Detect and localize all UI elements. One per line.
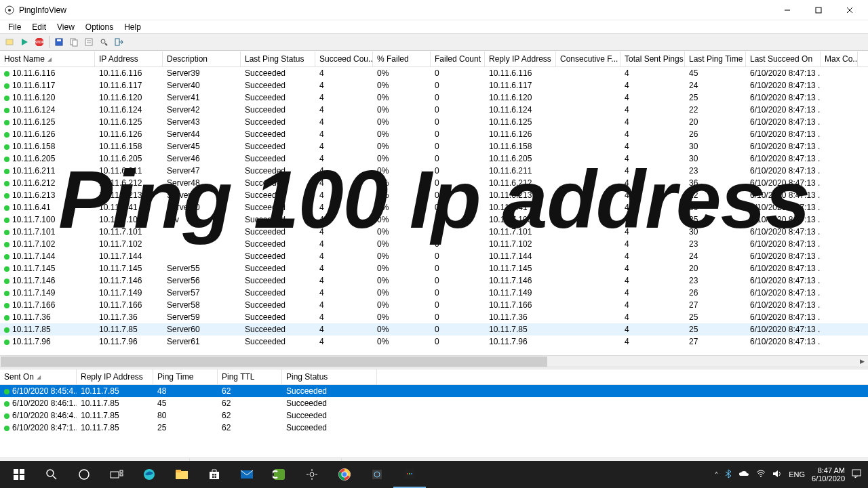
svg-point-17	[101, 39, 105, 43]
lcol-rip[interactable]: Reply IP Address	[77, 369, 153, 384]
settings-icon[interactable]	[296, 461, 328, 488]
store-icon[interactable]	[198, 461, 231, 488]
table-row[interactable]: 10.11.7.16610.11.7.166Server58Succeeded4…	[0, 299, 868, 311]
bluetooth-icon[interactable]	[725, 469, 732, 480]
col-lpt[interactable]: Last Ping Time	[685, 52, 746, 66]
detail-row[interactable]: 6/10/2020 8:46:4...10.11.7.858062Succeed…	[0, 409, 868, 422]
notifications-icon[interactable]	[852, 469, 861, 480]
lcol-ttl[interactable]: Ping TTL	[218, 369, 282, 384]
mail-icon[interactable]	[231, 461, 263, 488]
table-row[interactable]: 10.11.7.14510.11.7.145Server55Succeeded4…	[0, 262, 868, 274]
table-row[interactable]: 10.11.6.21110.11.6.211Server47Succeeded4…	[0, 165, 868, 177]
lcol-sent[interactable]: Sent On◢	[0, 369, 77, 384]
exit-icon[interactable]	[112, 35, 125, 49]
table-row[interactable]: 10.11.6.12610.11.6.126Server44Succeeded4…	[0, 128, 868, 140]
svg-line-18	[105, 43, 107, 45]
table-row[interactable]: 10.11.6.20510.11.6.205Server46Succeeded4…	[0, 152, 868, 165]
language-indicator[interactable]: ENG	[789, 470, 805, 479]
table-row[interactable]: 10.11.6.12410.11.6.124Server42Succeeded4…	[0, 104, 868, 116]
taskview-icon[interactable]	[100, 461, 133, 488]
table-row[interactable]: 10.11.7.9610.11.7.96Server61Succeeded40%…	[0, 336, 868, 348]
col-pfailed[interactable]: % Failed	[373, 52, 431, 66]
col-maxco[interactable]: Max Co...	[821, 52, 858, 66]
edge-icon[interactable]	[133, 461, 165, 488]
col-ip[interactable]: IP Address	[95, 52, 163, 66]
camtasia-icon[interactable]	[263, 461, 296, 488]
table-row[interactable]: 10.11.7.14410.11.7.144Succeeded40%010.11…	[0, 250, 868, 262]
col-hostname[interactable]: Host Name◢	[0, 52, 95, 66]
table-row[interactable]: 10.11.6.4110.11.6.41Server50Succeeded40%…	[0, 201, 868, 214]
wifi-icon[interactable]	[756, 470, 766, 479]
save-icon[interactable]	[52, 35, 66, 49]
table-row[interactable]: 10.11.7.10210.11.7.102Succeeded40%010.11…	[0, 238, 868, 250]
table-row[interactable]: 10.11.6.12510.11.6.125Server43Succeeded4…	[0, 116, 868, 128]
svg-rect-22	[14, 475, 18, 480]
menu-options[interactable]: Options	[80, 22, 119, 32]
svg-rect-49	[372, 470, 382, 479]
svg-point-55	[760, 476, 762, 477]
chrome-icon[interactable]	[328, 461, 361, 488]
menu-edit[interactable]: Edit	[26, 22, 52, 32]
minimize-button[interactable]	[772, 0, 803, 20]
lcol-pt[interactable]: Ping Time	[153, 369, 218, 384]
menu-file[interactable]: File	[3, 22, 26, 32]
table-row[interactable]: 10.11.7.14910.11.7.149Server57Succeeded4…	[0, 287, 868, 299]
detail-row[interactable]: 6/10/2020 8:45:4...10.11.7.854862Succeed…	[0, 385, 868, 397]
open-icon[interactable]	[3, 35, 16, 49]
clock[interactable]: 8:47 AM 6/10/2020	[812, 466, 845, 483]
window-title: PingInfoView	[19, 5, 772, 15]
table-row[interactable]: 10.11.7.3610.11.7.36Server59Succeeded40%…	[0, 311, 868, 323]
cortana-icon[interactable]	[68, 461, 100, 488]
svg-rect-23	[20, 475, 24, 480]
pinginfoview-task-icon[interactable]	[393, 461, 426, 488]
col-status[interactable]: Last Ping Status	[241, 52, 315, 66]
col-lso[interactable]: Last Succeed On	[746, 52, 821, 66]
close-button[interactable]	[834, 0, 865, 20]
detail-row[interactable]: 6/10/2020 8:47:1...10.11.7.852562Succeed…	[0, 422, 868, 434]
svg-rect-28	[120, 470, 123, 472]
table-row[interactable]: 10.11.6.15810.11.6.158Server45Succeeded4…	[0, 140, 868, 152]
svg-rect-35	[215, 474, 217, 476]
stop-icon[interactable]: STOP	[33, 35, 46, 49]
svg-rect-21	[20, 469, 24, 474]
table-row[interactable]: 10.11.6.11610.11.6.116Server39Succeeded4…	[0, 67, 868, 79]
col-cf[interactable]: Consecutive F...	[556, 52, 620, 66]
table-row[interactable]: 10.11.7.14610.11.7.146Server56Succeeded4…	[0, 274, 868, 287]
col-rip[interactable]: Reply IP Address	[485, 52, 556, 66]
search-icon[interactable]	[35, 461, 68, 488]
detail-grid-header: Sent On◢ Reply IP Address Ping Time Ping…	[0, 369, 868, 385]
svg-text:STOP: STOP	[35, 40, 44, 44]
menu-view[interactable]: View	[52, 22, 80, 32]
col-desc[interactable]: Description	[163, 52, 241, 66]
col-failed[interactable]: Failed Count	[431, 52, 485, 66]
table-row[interactable]: 10.11.6.21210.11.6.212Server48Succeeded4…	[0, 177, 868, 189]
table-row[interactable]: 10.11.7.10010.11.7.100SrvSucceeded40%010…	[0, 214, 868, 226]
app-icon	[4, 5, 15, 16]
explorer-icon[interactable]	[165, 461, 198, 488]
table-row[interactable]: 10.11.6.21310.11.6.213Server49Succeeded4…	[0, 189, 868, 201]
copy-icon[interactable]	[67, 35, 81, 49]
properties-icon[interactable]	[82, 35, 96, 49]
find-icon[interactable]	[97, 35, 111, 49]
table-row[interactable]: 10.11.7.8510.11.7.85Server60Succeeded40%…	[0, 323, 868, 336]
svg-rect-37	[215, 476, 217, 479]
play-icon[interactable]	[18, 35, 31, 49]
table-row[interactable]: 10.11.6.12010.11.6.120Server41Succeeded4…	[0, 92, 868, 104]
menu-help[interactable]: Help	[119, 22, 146, 32]
lcol-ps[interactable]: Ping Status	[282, 369, 377, 384]
svg-point-52	[407, 473, 408, 474]
app-icon-1[interactable]	[361, 461, 393, 488]
onedrive-icon[interactable]	[738, 470, 749, 479]
horizontal-scrollbar[interactable]: ▶	[0, 355, 868, 367]
svg-rect-27	[111, 472, 119, 478]
col-tsp[interactable]: Total Sent Pings	[620, 52, 685, 66]
maximize-button[interactable]	[803, 0, 834, 20]
start-button[interactable]	[3, 461, 35, 488]
svg-rect-29	[120, 474, 123, 476]
col-succeed[interactable]: Succeed Cou...	[315, 52, 373, 66]
detail-row[interactable]: 6/10/2020 8:46:1...10.11.7.854562Succeed…	[0, 397, 868, 409]
table-row[interactable]: 10.11.6.11710.11.6.117Server40Succeeded4…	[0, 79, 868, 92]
tray-up-icon[interactable]: ˄	[715, 471, 718, 479]
table-row[interactable]: 10.11.7.10110.11.7.101Succeeded40%010.11…	[0, 226, 868, 238]
volume-icon[interactable]	[772, 470, 782, 479]
